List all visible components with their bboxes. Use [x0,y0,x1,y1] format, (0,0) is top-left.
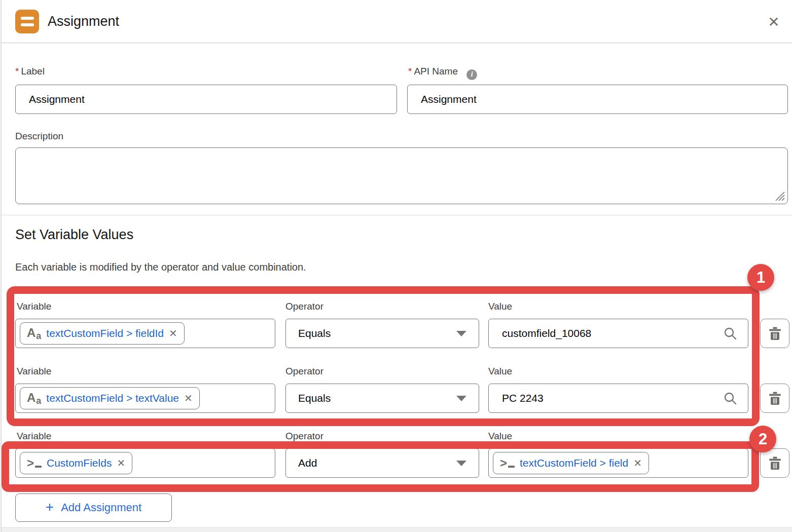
remove-pill-icon[interactable]: ✕ [169,328,177,338]
row2-variable-pill[interactable]: Aa textCustomField > textValue ✕ [20,387,200,409]
row3-delete-button[interactable] [760,448,789,478]
row3-value-pill-label: textCustomField > field [520,457,628,469]
chevron-down-icon [456,331,466,336]
row1-variable-input[interactable]: Aa textCustomField > fieldId ✕ [15,319,275,348]
close-icon[interactable]: ✕ [763,12,785,32]
search-icon[interactable] [724,327,737,340]
annotation-badge-1: 1 [747,264,774,291]
dialog-title: Assignment [48,14,119,29]
row1-variable-pill[interactable]: Aa textCustomField > fieldId ✕ [20,322,185,345]
chevron-down-icon [456,396,466,401]
row3-variable-input[interactable]: > CustomFields ✕ [15,448,275,478]
row3-variable-pill[interactable]: > CustomFields ✕ [20,452,132,474]
remove-pill-icon[interactable]: ✕ [117,458,125,468]
search-icon[interactable] [724,392,737,405]
plus-icon: + [46,500,54,514]
row3-operator-select[interactable]: Add [285,448,479,478]
add-assignment-label: Add Assignment [61,501,141,514]
operator-column-label: Operator [285,431,323,442]
label-field-label: *Label [15,66,45,77]
trash-icon [769,392,781,405]
api-name-input[interactable]: Assignment [407,85,788,114]
operator-column-label: Operator [285,366,323,377]
row1-delete-button[interactable] [760,319,789,348]
row1-operator-value: Equals [298,327,331,339]
dialog-header: Assignment [2,0,792,43]
value-column-label: Value [488,366,512,377]
assignment-dialog: Assignment ✕ *Label Assignment *API Name… [0,0,792,532]
description-textarea[interactable] [15,147,788,204]
row2-delete-button[interactable] [760,384,789,413]
footer-strip [2,527,792,532]
row3-value-input[interactable]: > textCustomField > field ✕ [488,448,748,478]
label-input[interactable]: Assignment [15,85,397,114]
row2-operator-value: Equals [298,392,331,404]
row1-variable-pill-label: textCustomField > fieldId [46,327,164,339]
section-divider [2,215,792,215]
trash-icon [769,457,781,470]
code-type-icon: > [500,457,515,469]
section-title: Set Variable Values [15,227,133,243]
variable-column-label: Variable [17,366,51,377]
row3-operator-value: Add [298,457,317,469]
text-type-icon: Aa [27,392,41,405]
info-icon[interactable]: i [466,69,477,80]
row2-operator-select[interactable]: Equals [285,384,479,413]
row2-value-text: PC 2243 [502,392,724,404]
row2-variable-input[interactable]: Aa textCustomField > textValue ✕ [15,384,275,413]
assignment-equals-icon [15,10,39,33]
section-subtitle: Each variable is modified by the operato… [15,261,306,273]
value-column-label: Value [488,431,512,442]
panel-left-border [1,0,2,532]
row3-value-pill[interactable]: > textCustomField > field ✕ [493,452,649,474]
add-assignment-button[interactable]: + Add Assignment [15,493,172,522]
variable-column-label: Variable [17,431,51,442]
trash-icon [769,327,781,340]
text-type-icon: Aa [27,327,41,340]
resize-handle-icon[interactable] [774,190,785,201]
value-column-label: Value [488,301,512,312]
required-asterisk: * [15,66,19,77]
chevron-down-icon [456,461,466,466]
row2-variable-pill-label: textCustomField > textValue [46,392,179,404]
variable-column-label: Variable [17,301,51,312]
row3-variable-pill-label: CustomFields [47,457,112,469]
row1-value-input[interactable]: customfield_10068 [488,319,748,348]
operator-column-label: Operator [285,301,323,312]
label-input-value: Assignment [29,93,385,105]
description-field-label: Description [15,131,63,142]
api-name-input-value: Assignment [421,93,776,105]
row2-value-input[interactable]: PC 2243 [488,384,748,413]
remove-pill-icon[interactable]: ✕ [184,393,193,403]
required-asterisk: * [408,66,412,77]
row1-operator-select[interactable]: Equals [285,319,479,348]
code-type-icon: > [27,457,42,469]
api-name-field-label: *API Name i [408,66,477,80]
remove-pill-icon[interactable]: ✕ [633,458,642,468]
row1-value-text: customfield_10068 [502,327,724,339]
